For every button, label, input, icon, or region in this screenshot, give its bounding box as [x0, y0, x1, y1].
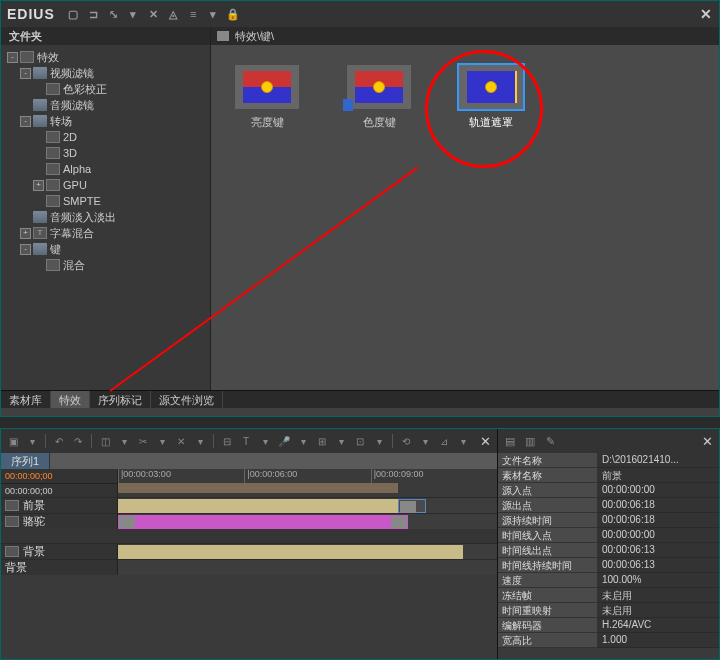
tool-icon[interactable]: ⊞ [314, 433, 330, 449]
tool-icon[interactable]: ▾ [127, 7, 141, 21]
tree-item[interactable]: 混合 [3, 257, 208, 273]
property-row: 源持续时间00:00:06:18 [498, 513, 719, 528]
expand-icon[interactable]: + [20, 228, 31, 239]
tool-icon[interactable]: ✕ [147, 7, 161, 21]
tree-item[interactable]: 色彩校正 [3, 81, 208, 97]
tool-icon[interactable]: ✎ [542, 433, 558, 449]
clip[interactable] [398, 499, 426, 513]
tracks[interactable]: 前景骆驼背景背景 [1, 497, 497, 659]
tool-icon[interactable]: ▾ [207, 7, 221, 21]
tool-icon[interactable]: ≡ [187, 7, 201, 21]
property-value: 前景 [598, 468, 719, 483]
tool-icon[interactable]: ▾ [455, 433, 471, 449]
lower-panel: ▣▾ ↶↷ ◫▾ ✂▾ ✕▾ ⊟ T▾ 🎤▾ ⊞▾ ⊡▾ ⟲▾ ⊿▾ ✕ 序列1… [0, 428, 720, 660]
track-body[interactable] [118, 560, 497, 575]
tool-icon[interactable]: ↶ [51, 433, 67, 449]
expand-icon[interactable]: - [20, 68, 31, 79]
properties-panel: ▤ ▥ ✎ ✕ 文件名称D:\2016021410...素材名称前景源入点00:… [498, 429, 719, 659]
panel-tab[interactable]: 源文件浏览 [151, 391, 223, 408]
tool-icon[interactable]: ⤡ [107, 7, 121, 21]
mic-icon[interactable]: 🎤 [276, 433, 292, 449]
track-header[interactable]: 背景 [1, 544, 118, 559]
tool-icon[interactable]: ⊐ [87, 7, 101, 21]
panel-tab[interactable]: 素材库 [1, 391, 51, 408]
tree-item[interactable]: 3D [3, 145, 208, 161]
tree-item[interactable]: -键 [3, 241, 208, 257]
tree-item[interactable]: -转场 [3, 113, 208, 129]
tool-icon[interactable]: ↷ [70, 433, 86, 449]
expand-icon[interactable]: - [20, 116, 31, 127]
close-icon[interactable]: ✕ [699, 433, 715, 449]
panel-tab[interactable]: 特效 [51, 391, 90, 408]
tool-icon[interactable]: ▾ [417, 433, 433, 449]
tree-item[interactable]: 2D [3, 129, 208, 145]
tool-icon[interactable]: ▢ [67, 7, 81, 21]
tool-icon[interactable]: ▾ [154, 433, 170, 449]
tool-icon[interactable]: T [238, 433, 254, 449]
tree-label: 键 [50, 242, 61, 257]
effect-thumb[interactable]: 色度键 [343, 65, 415, 130]
effects-panel: EDIUS ▢ ⊐ ⤡ ▾ ✕ ◬ ≡ ▾ 🔒 ✕ 文件夹 -特效-视频滤镜色彩… [0, 0, 720, 417]
lock-icon[interactable]: 🔒 [227, 7, 241, 21]
tool-icon[interactable]: ✕ [173, 433, 189, 449]
effect-thumb[interactable]: 亮度键 [231, 65, 303, 130]
track-name: 背景 [23, 544, 45, 559]
timecode-current: 00:00:00;00 [1, 469, 117, 483]
tool-icon[interactable]: ⊟ [219, 433, 235, 449]
close-icon[interactable]: ✕ [700, 6, 713, 22]
tree-item[interactable]: -视频滤镜 [3, 65, 208, 81]
track-body[interactable] [118, 498, 497, 513]
tool-icon[interactable]: ▥ [522, 433, 538, 449]
tool-icon[interactable]: ◬ [167, 7, 181, 21]
tool-icon[interactable]: ⊡ [352, 433, 368, 449]
expand-icon[interactable]: - [7, 52, 18, 63]
property-row: 时间线持续时间00:00:06:13 [498, 558, 719, 573]
effect-thumb[interactable]: 轨道遮罩 [455, 65, 527, 130]
track-row[interactable]: 背景 [1, 559, 497, 575]
tool-icon[interactable]: ▾ [371, 433, 387, 449]
clip[interactable] [118, 545, 463, 559]
clip[interactable] [118, 515, 408, 529]
sequence-tab[interactable]: 序列1 [1, 453, 50, 469]
tool-icon[interactable]: ⟲ [398, 433, 414, 449]
tool-icon[interactable]: ▾ [257, 433, 273, 449]
tool-icon[interactable]: ◫ [97, 433, 113, 449]
property-row: 源出点00:00:06:18 [498, 498, 719, 513]
tool-icon[interactable]: ⊿ [436, 433, 452, 449]
tool-icon[interactable]: ✂ [135, 433, 151, 449]
tool-icon[interactable]: ▾ [116, 433, 132, 449]
clip[interactable] [118, 499, 398, 513]
tree-label: 视频滤镜 [50, 66, 94, 81]
track-body[interactable] [118, 514, 497, 529]
tool-icon[interactable]: ▤ [502, 433, 518, 449]
folder-icon [33, 211, 47, 223]
track-row[interactable]: 前景 [1, 497, 497, 513]
track-header[interactable]: 前景 [1, 498, 118, 513]
track-header[interactable]: 骆驼 [1, 514, 118, 529]
tree-item[interactable]: SMPTE [3, 193, 208, 209]
expand-icon[interactable]: + [33, 180, 44, 191]
property-row: 宽高比1.000 [498, 633, 719, 648]
tool-icon[interactable]: ▾ [295, 433, 311, 449]
tool-icon[interactable]: ▾ [192, 433, 208, 449]
ruler-scale[interactable]: |00:00:03:00|00:00:06:00|00:00:09:00 [118, 469, 497, 497]
tool-icon[interactable]: ▾ [24, 433, 40, 449]
panel-tab[interactable]: 序列标记 [90, 391, 151, 408]
tool-icon[interactable]: ▾ [333, 433, 349, 449]
folder-tree[interactable]: -特效-视频滤镜色彩校正音频滤镜-转场2D3DAlpha+GPUSMPTE音频淡… [1, 45, 210, 277]
track-body[interactable] [118, 544, 497, 559]
expand-icon[interactable]: - [20, 244, 31, 255]
tree-item[interactable]: +GPU [3, 177, 208, 193]
track-row[interactable]: 背景 [1, 543, 497, 559]
track-header[interactable]: 背景 [1, 560, 118, 575]
ruler-tick: |00:00:03:00 [118, 469, 244, 483]
tree-item[interactable]: 音频滤镜 [3, 97, 208, 113]
tree-item[interactable]: -特效 [3, 49, 208, 65]
tool-icon[interactable]: ▣ [5, 433, 21, 449]
tree-item[interactable]: 音频淡入淡出 [3, 209, 208, 225]
tree-item[interactable]: +T字幕混合 [3, 225, 208, 241]
close-icon[interactable]: ✕ [477, 433, 493, 449]
property-key: 编解码器 [498, 618, 598, 633]
tree-item[interactable]: Alpha [3, 161, 208, 177]
track-row[interactable]: 骆驼 [1, 513, 497, 529]
